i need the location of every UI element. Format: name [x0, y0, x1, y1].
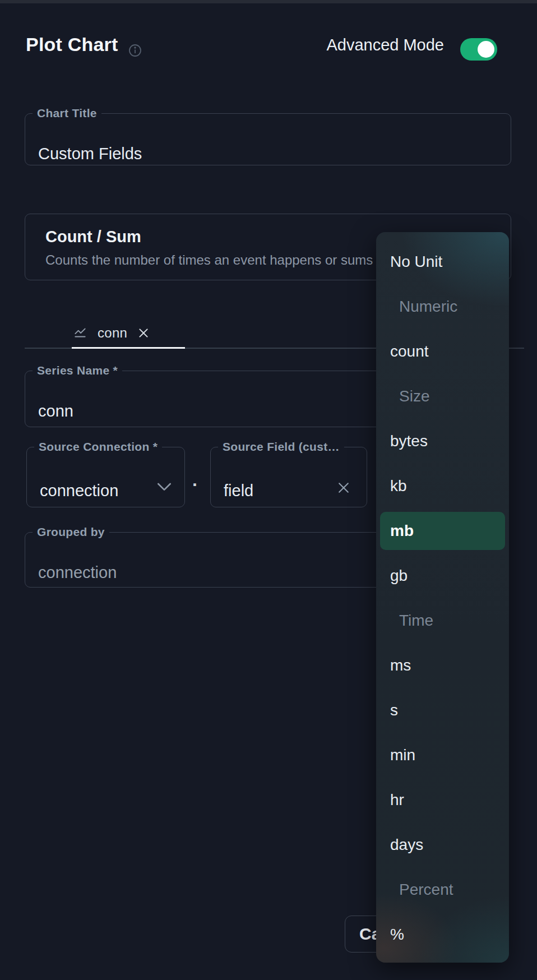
unit-menu-header-Time: Time: [376, 598, 509, 643]
unit-menu-item-mb[interactable]: mb: [380, 512, 505, 550]
unit-menu-item-count[interactable]: count: [376, 329, 509, 374]
info-icon[interactable]: [128, 44, 142, 57]
unit-menu-item-days[interactable]: days: [376, 822, 509, 867]
unit-menu-header-Numeric: Numeric: [376, 284, 509, 329]
chart-title-value[interactable]: Custom Fields: [38, 145, 142, 163]
grouped-by-label: Grouped by: [33, 525, 109, 539]
grouped-by-value[interactable]: connection: [38, 563, 117, 582]
aggregation-title: Count / Sum: [45, 228, 141, 246]
unit-menu-item-gb[interactable]: gb: [376, 553, 509, 598]
clear-field-icon[interactable]: [336, 480, 351, 495]
chevron-down-icon[interactable]: [158, 483, 171, 492]
aggregation-description: Counts the number of times an event happ…: [45, 252, 373, 268]
series-tab-conn[interactable]: conn: [72, 321, 185, 349]
unit-menu-item-kb[interactable]: kb: [376, 464, 509, 509]
series-name-value[interactable]: conn: [38, 402, 73, 420]
tab-close-icon[interactable]: [137, 327, 150, 339]
source-connection-label: Source Connection *: [34, 440, 162, 454]
source-field-input[interactable]: Source Field (cust… field: [210, 440, 367, 507]
unit-menu-item-min[interactable]: min: [376, 733, 509, 778]
unit-menu-item-hr[interactable]: hr: [376, 778, 509, 822]
unit-menu-item-No Unit[interactable]: No Unit: [376, 239, 509, 284]
field-separator-dot: .: [192, 470, 197, 491]
unit-menu-item-s[interactable]: s: [376, 688, 509, 733]
advanced-mode-label: Advanced Mode: [326, 36, 444, 54]
source-connection-select[interactable]: Source Connection * connection: [26, 440, 185, 507]
chart-title-field[interactable]: Chart Title Custom Fields: [25, 107, 511, 165]
chart-title-label: Chart Title: [33, 107, 101, 120]
page-title: Plot Chart: [26, 34, 118, 56]
unit-menu-header-Size: Size: [376, 374, 509, 419]
source-connection-value[interactable]: connection: [40, 482, 118, 500]
unit-menu-item-%[interactable]: %: [376, 912, 509, 957]
source-field-value[interactable]: field: [224, 482, 253, 500]
unit-menu-item-ms[interactable]: ms: [376, 643, 509, 688]
line-chart-icon: [73, 326, 87, 340]
series-name-label: Series Name *: [33, 364, 122, 377]
unit-menu-header-Percent: Percent: [376, 867, 509, 912]
advanced-mode-toggle[interactable]: [460, 38, 497, 61]
unit-menu[interactable]: No UnitNumericcountSizebyteskbmbgbTimems…: [376, 232, 509, 963]
source-field-label: Source Field (cust…: [218, 440, 344, 454]
unit-menu-item-bytes[interactable]: bytes: [376, 419, 509, 464]
top-strip: [0, 0, 537, 3]
plot-chart-dialog: Plot Chart Advanced Mode Chart Title Cus…: [0, 0, 537, 980]
series-tab-label: conn: [98, 325, 127, 341]
toggle-knob: [478, 41, 494, 58]
